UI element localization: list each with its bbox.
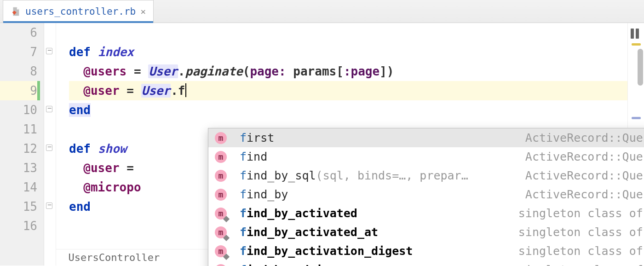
pause-icon[interactable] <box>631 28 641 38</box>
completion-item[interactable]: mfindActiveRecord::Querying <box>208 147 644 166</box>
completion-item[interactable]: mfind_by_activation_digestsingleton clas… <box>208 242 644 260</box>
class-ref: User <box>148 64 178 78</box>
line-number: 10 <box>23 103 37 117</box>
keyword-end: end <box>69 200 91 214</box>
completion-label: find_by_activated_at <box>240 223 513 242</box>
method-call: paginate <box>185 64 242 78</box>
completion-item[interactable]: mfind_by_activated_atsingleton class of … <box>208 223 644 242</box>
completion-item[interactable]: mfind_by_activatedsingleton class of Use… <box>208 204 644 223</box>
completion-label: find_by_sql(sql, binds=…, prepar… <box>240 166 520 185</box>
completion-item[interactable]: mfirstActiveRecord::Querying <box>208 128 644 147</box>
line-number: 11 <box>23 122 37 136</box>
completion-item[interactable]: mfind_by_adminsingleton class of User <box>208 260 644 266</box>
method-name: show <box>98 142 127 156</box>
method-icon: m <box>215 226 227 238</box>
text: . <box>178 64 185 78</box>
completion-label: find_by_activated <box>240 204 513 223</box>
method-icon: m <box>215 189 227 201</box>
completion-source: ActiveRecord::Querying <box>525 166 644 185</box>
method-name: index <box>98 45 134 59</box>
fold-toggle[interactable] <box>46 48 52 54</box>
gutter: 6 7▮↓ 8 9 10 11 12▮↓ 13 14 15 16 <box>0 23 44 266</box>
symbol: :page <box>344 64 380 78</box>
completion-item[interactable]: mfind_byActiveRecord::Querying <box>208 185 644 204</box>
line-number: 7 <box>30 45 37 59</box>
line-number: 9 <box>30 84 37 98</box>
keyword-end: end <box>69 103 91 117</box>
completion-source: ActiveRecord::Querying <box>525 147 644 166</box>
method-icon: m <box>215 170 227 182</box>
keyword-def: def <box>69 142 91 156</box>
editor: 6 7▮↓ 8 9 10 11 12▮↓ 13 14 15 16 def ind… <box>0 23 644 266</box>
line-number: 12 <box>23 142 37 156</box>
ivar: @user <box>83 84 119 98</box>
text: ( <box>243 64 250 78</box>
text: = <box>120 161 141 175</box>
completion-item[interactable]: mfind_by_sql(sql, binds=…, prepar…Active… <box>208 166 644 185</box>
text: ]) <box>380 64 394 78</box>
text: params[ <box>286 64 344 78</box>
info-marker[interactable] <box>632 117 641 119</box>
fold-column <box>44 23 56 266</box>
line-number: 6 <box>30 26 37 40</box>
breadcrumb-item[interactable]: UsersController <box>69 252 160 263</box>
completion-label: find_by_admin <box>240 260 513 266</box>
completion-label: find <box>240 147 520 166</box>
completion-source: singleton class of User <box>518 223 644 242</box>
completion-label: find_by_activation_digest <box>240 242 513 260</box>
keyword-def: def <box>69 45 91 59</box>
code-area[interactable]: def index @users = User.paginate(page: p… <box>56 23 627 266</box>
method-icon: m <box>215 151 227 163</box>
fold-toggle[interactable] <box>46 106 52 112</box>
completion-source: ActiveRecord::Querying <box>525 128 644 147</box>
completion-source: singleton class of User <box>518 242 644 260</box>
line-number: 8 <box>30 64 37 78</box>
symbol: page: <box>250 64 286 78</box>
ivar: @user <box>83 161 119 175</box>
tab-filename: users_controller.rb <box>25 6 136 17</box>
typed-text: f <box>178 84 185 98</box>
editor-tab[interactable]: users_controller.rb × <box>3 0 154 23</box>
change-marker[interactable] <box>37 81 40 100</box>
completion-popup[interactable]: mfirstActiveRecord::QueryingmfindActiveR… <box>208 128 644 266</box>
line-number: 16 <box>23 219 37 233</box>
line-number: 13 <box>23 161 37 175</box>
text-caret <box>185 83 186 97</box>
ivar: @users <box>83 64 126 78</box>
line-number: 14 <box>23 180 37 194</box>
ivar: @micropo <box>83 180 141 194</box>
fold-toggle[interactable] <box>46 202 52 209</box>
text: . <box>171 84 178 98</box>
fold-toggle[interactable] <box>46 145 52 151</box>
text: = <box>126 64 148 78</box>
scrollbar-thumb[interactable] <box>638 49 643 86</box>
text: = <box>120 84 141 98</box>
warning-marker[interactable] <box>632 43 641 46</box>
method-icon: m <box>215 132 227 144</box>
completion-source: ActiveRecord::Querying <box>525 185 644 204</box>
completion-label: find_by <box>240 185 520 204</box>
method-icon: m <box>215 245 227 257</box>
class-ref: User <box>141 84 171 98</box>
method-icon: m <box>215 208 227 220</box>
line-number: 15 <box>23 200 37 214</box>
method-icon: m <box>215 264 227 266</box>
completion-source: singleton class of User <box>518 260 644 266</box>
completion-source: singleton class of User <box>518 204 644 223</box>
close-icon[interactable]: × <box>140 6 146 17</box>
completion-label: first <box>240 128 520 147</box>
ruby-file-icon <box>11 6 21 17</box>
tab-bar: users_controller.rb × <box>0 0 644 23</box>
